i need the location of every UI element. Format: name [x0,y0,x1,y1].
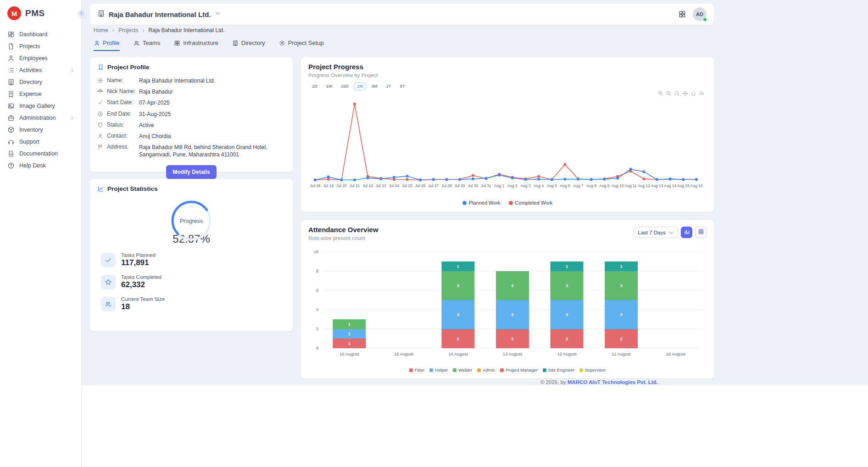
svg-text:Aug 5: Aug 5 [547,183,557,188]
sidebar-item-label: Support [19,139,39,145]
profile-field-nick-name-: Nick Name:Raja Bahadur [97,86,285,97]
svg-text:13 August: 13 August [503,351,523,356]
box-icon [7,126,15,133]
logo-text: PMS [25,8,45,18]
profile-fields: Name:Raja Bahadur International Ltd.Nick… [97,75,285,161]
building-icon [97,10,105,19]
logo[interactable]: M PMS [0,0,81,26]
field-value: 07-Apr-2025 [139,99,285,106]
field-value: Raja Bahadur Mill Rd, behind Sheraton Gr… [139,144,285,158]
svg-text:8: 8 [316,269,318,273]
sidebar-item-documentation[interactable]: Documentation [0,148,81,160]
legend-welder[interactable]: Welder [453,367,472,372]
chevron-down-icon [215,10,221,18]
profile-field-name-: Name:Raja Bahadur International Ltd. [97,75,285,86]
legend-site-engineer[interactable]: Site Engineer [543,367,574,372]
modify-details-button[interactable]: Modify Details [166,165,216,179]
svg-text:1: 1 [348,341,351,346]
sidebar-collapse-button[interactable] [78,9,86,18]
legend-fitter[interactable]: Fitter [409,367,425,372]
svg-text:Aug 6: Aug 6 [560,183,570,188]
range-button-5y[interactable]: 5Y [396,82,409,90]
table-view-toggle[interactable] [695,227,707,238]
svg-text:6: 6 [316,288,318,293]
range-button-1w[interactable]: 1W [323,82,336,90]
svg-text:Aug 13: Aug 13 [651,183,663,188]
check-icon [101,253,116,267]
footer-text: © 2025, by [540,379,568,385]
svg-text:3: 3 [620,312,622,317]
legend-supervisor[interactable]: Supervisor [579,367,606,372]
tab-directory[interactable]: Directory [232,39,265,51]
briefcase-icon [7,114,15,122]
sidebar-item-image-gallery[interactable]: Image Gallery [0,100,81,112]
tab-infrastructure[interactable]: Infrastructure [174,39,218,51]
range-button-15d[interactable]: 15D [337,82,352,90]
company-selector[interactable]: Raja Bahadur International Ltd. [97,10,221,19]
sidebar-item-support[interactable]: Support [0,136,81,148]
svg-text:Aug 10: Aug 10 [612,183,624,188]
chart-view-toggle[interactable] [681,227,692,238]
profile-field-address-: Address:Raja Bahadur Mill Rd, behind She… [97,142,285,160]
sidebar-item-inventory[interactable]: Inventory [0,124,81,136]
svg-text:Jul 20: Jul 20 [336,183,347,188]
statistics-card-title-text: Project Statistics [107,185,158,192]
field-value: Raja Bahadur [139,88,285,95]
attendance-bar-chart[interactable]: 024681011116 August15 August233114 Augus… [304,247,712,362]
fingerprint-icon [97,89,103,95]
progress-card-subtitle: Progress Overview by Project [308,72,707,78]
sidebar-item-administration[interactable]: Administration [0,112,81,124]
tab-project-setup[interactable]: Project Setup [279,39,324,51]
sidebar-item-employees[interactable]: Employees [0,52,81,64]
sidebar: M PMS DashboardProjectsEmployeesActiviti… [0,0,82,467]
svg-text:Jul 28: Jul 28 [441,183,452,188]
svg-text:3: 3 [566,312,568,317]
range-button-1m[interactable]: 1M [354,82,367,90]
legend-admin[interactable]: Admin [477,367,495,372]
sidebar-item-directory[interactable]: Directory [0,76,81,88]
statistics-list: Tasks Planned117,891Tasks Completed62,33… [97,252,285,311]
field-label: End Date: [107,111,135,117]
receipt-icon [7,90,15,98]
sidebar-item-label: Directory [19,79,42,85]
apps-grid-icon[interactable] [678,10,686,18]
chevron-left-icon [79,10,84,17]
legend-project-manager[interactable]: Project Manager [500,367,538,372]
breadcrumb-item-home[interactable]: Home [94,27,108,33]
date-range-select[interactable]: Last 7 Days [634,227,678,238]
svg-text:1: 1 [348,322,351,327]
sidebar-item-help-desk[interactable]: Help Desk [0,160,81,172]
range-button-1d[interactable]: 1D [308,82,321,90]
footer-link[interactable]: MARCO AIoT Technologies Pvt. Ltd. [568,379,658,385]
attendance-controls: Last 7 Days [634,227,707,238]
svg-text:Jul 18: Jul 18 [310,183,321,188]
breadcrumb-item-projects[interactable]: Projects [118,27,138,33]
svg-text:1: 1 [457,264,460,269]
svg-text:Aug 15: Aug 15 [677,183,690,188]
gear-icon [279,40,285,46]
svg-text:Jul 26: Jul 26 [415,183,426,188]
svg-text:Aug 9: Aug 9 [599,183,609,188]
main-area: Raja Bahadur International Ltd. AD Home›… [82,0,868,385]
gauge-label: Progress [169,218,213,224]
sidebar-item-dashboard[interactable]: Dashboard [0,28,81,40]
chart-line-icon [97,185,104,192]
sidebar-item-expense[interactable]: Expense [0,88,81,100]
range-button-1y[interactable]: 1Y [383,82,395,90]
range-button-3m[interactable]: 3M [368,82,381,90]
legend-completed-work[interactable]: Completed Work [509,200,553,206]
legend-helper[interactable]: Helper [429,367,448,372]
sidebar-item-projects[interactable]: Projects [0,40,81,52]
progress-line-chart[interactable]: Jul 18Jul 19Jul 20Jul 21Jul 22Jul 23Jul … [305,96,710,193]
legend-planned-work[interactable]: Planned Work [462,200,501,206]
tab-teams[interactable]: Teams [134,39,160,51]
profile-field-start-date-: Start Date:07-Apr-2025 [97,97,285,108]
avatar[interactable]: AD [693,7,707,21]
progress-card-title: Project Progress [308,63,707,71]
svg-text:1: 1 [348,331,351,336]
tab-profile[interactable]: Profile [94,39,120,51]
sidebar-item-activities[interactable]: Activities [0,64,81,76]
svg-text:2: 2 [457,336,459,341]
shield-icon [97,122,103,128]
gear-icon [97,78,103,83]
